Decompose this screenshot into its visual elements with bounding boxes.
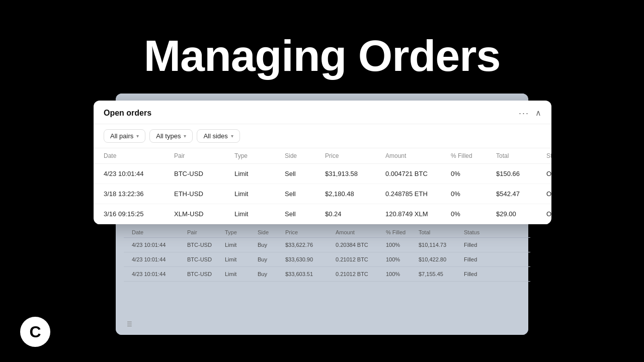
- bg-col-side: Side: [258, 229, 285, 235]
- row3-date: 3/16 09:15:25: [104, 210, 174, 218]
- col-amount: Amount: [385, 152, 451, 159]
- row3-side: Sell: [285, 210, 325, 218]
- bg-table-row: 4/23 10:01:44 BTC-USD Limit Buy $33,603.…: [124, 267, 530, 282]
- col-side: Side: [285, 152, 325, 159]
- bg-table-header-row: Date Pair Type Side Price Amount % Fille…: [124, 227, 530, 238]
- bg-row3-price: $33,603.51: [285, 271, 336, 277]
- bg-row1-side: Buy: [258, 242, 285, 248]
- bg-col-total: Total: [419, 229, 464, 235]
- row2-amount: 0.248785 ETH: [385, 190, 451, 198]
- all-sides-filter[interactable]: All sides ▾: [197, 129, 239, 143]
- row3-amount: 120.8749 XLM: [385, 210, 451, 218]
- bg-row3-pct: 100%: [386, 271, 419, 277]
- col-type: Type: [234, 152, 285, 159]
- bg-row2-side: Buy: [258, 256, 285, 262]
- row1-pair: BTC-USD: [174, 170, 234, 177]
- col-total: Total: [496, 152, 546, 159]
- col-price: Price: [325, 152, 385, 159]
- bg-row2-price: $33,630.90: [285, 256, 336, 262]
- logo-letter: C: [29, 323, 41, 341]
- row3-status: Open: [546, 210, 551, 218]
- chevron-down-icon: ▾: [136, 133, 139, 139]
- table-row[interactable]: 3/16 09:15:25 XLM-USD Limit Sell $0.24 1…: [94, 204, 551, 224]
- all-types-filter[interactable]: All types ▾: [149, 129, 193, 143]
- bg-row2-pair: BTC-USD: [187, 256, 225, 262]
- chevron-down-icon: ▾: [231, 133, 233, 139]
- row2-status: Open: [546, 190, 551, 198]
- bg-col-price: Price: [285, 229, 336, 235]
- bg-row2-type: Limit: [225, 256, 258, 262]
- bg-col-pct: % Filled: [386, 229, 419, 235]
- all-pairs-filter[interactable]: All pairs ▾: [104, 129, 145, 143]
- card-header-actions: ··· ∧: [519, 109, 541, 118]
- row2-price: $2,180.48: [325, 190, 385, 198]
- row3-type: Limit: [234, 210, 285, 218]
- collapse-button[interactable]: ∧: [535, 109, 541, 117]
- filter-row: All pairs ▾ All types ▾ All sides ▾: [94, 124, 551, 148]
- bg-table: Date Pair Type Side Price Amount % Fille…: [124, 227, 530, 282]
- row1-type: Limit: [234, 170, 285, 177]
- all-types-label: All types: [156, 132, 181, 140]
- row3-pct: 0%: [451, 210, 496, 218]
- col-pair: Pair: [174, 152, 234, 159]
- bg-col-pair: Pair: [187, 229, 225, 235]
- bg-row3-type: Limit: [225, 271, 258, 277]
- table-row[interactable]: 4/23 10:01:44 BTC-USD Limit Sell $31,913…: [94, 164, 551, 184]
- row2-type: Limit: [234, 190, 285, 198]
- bg-row2-date: 4/23 10:01:44: [132, 256, 187, 262]
- bg-row3-side: Buy: [258, 271, 285, 277]
- card-header: Open orders ··· ∧: [94, 101, 551, 124]
- bg-table-row: 4/23 10:01:44 BTC-USD Limit Buy $33,622.…: [124, 238, 530, 252]
- col-status: Status: [546, 152, 551, 159]
- row2-pct: 0%: [451, 190, 496, 198]
- bg-row1-status: Filled: [464, 242, 494, 248]
- bg-row3-amount: 0.21012 BTC: [336, 271, 386, 277]
- bg-row3-pair: BTC-USD: [187, 271, 225, 277]
- bg-row1-date: 4/23 10:01:44: [132, 242, 187, 248]
- hamburger-icon[interactable]: ☰: [127, 321, 132, 328]
- bg-row1-pair: BTC-USD: [187, 242, 225, 248]
- bg-row2-status: Filled: [464, 256, 494, 262]
- table-row[interactable]: 3/18 13:22:36 ETH-USD Limit Sell $2,180.…: [94, 184, 551, 204]
- row1-side: Sell: [285, 170, 325, 177]
- bg-table-row: 4/23 10:01:44 BTC-USD Limit Buy $33,630.…: [124, 252, 530, 267]
- bg-col-amount: Amount: [336, 229, 386, 235]
- row2-total: $542.47: [496, 190, 546, 198]
- bg-row1-pct: 100%: [386, 242, 419, 248]
- row2-date: 3/18 13:22:36: [104, 190, 174, 198]
- all-sides-label: All sides: [203, 132, 227, 140]
- bg-row2-amount: 0.21012 BTC: [336, 256, 386, 262]
- bg-row1-type: Limit: [225, 242, 258, 248]
- coinbase-logo: C: [20, 317, 50, 347]
- logo-circle: C: [20, 317, 50, 347]
- row1-price: $31,913.58: [325, 170, 385, 177]
- bg-row1-total: $10,114.73: [419, 242, 464, 248]
- card-title: Open orders: [104, 109, 151, 118]
- row1-date: 4/23 10:01:44: [104, 170, 174, 177]
- bg-col-status: Status: [464, 229, 494, 235]
- row1-total: $150.66: [496, 170, 546, 177]
- page-title: Managing Orders: [144, 30, 501, 81]
- row3-total: $29.00: [496, 210, 546, 218]
- row2-pair: ETH-USD: [174, 190, 234, 198]
- row3-price: $0.24: [325, 210, 385, 218]
- bg-row1-amount: 0.20384 BTC: [336, 242, 386, 248]
- row1-status: Open: [546, 170, 551, 177]
- bg-row2-total: $10,422.80: [419, 256, 464, 262]
- row1-pct: 0%: [451, 170, 496, 177]
- open-orders-card: Open orders ··· ∧ All pairs ▾ All types …: [94, 101, 551, 224]
- more-options-button[interactable]: ···: [519, 109, 529, 118]
- bg-col-type: Type: [225, 229, 258, 235]
- row1-amount: 0.004721 BTC: [385, 170, 451, 177]
- bg-row2-pct: 100%: [386, 256, 419, 262]
- orders-table: Date Pair Type Side Price Amount % Fille…: [94, 148, 551, 224]
- row2-side: Sell: [285, 190, 325, 198]
- bg-row3-status: Filled: [464, 271, 494, 277]
- bg-row1-price: $33,622.76: [285, 242, 336, 248]
- col-date: Date: [104, 152, 174, 159]
- bg-col-date: Date: [132, 229, 187, 235]
- table-header-row: Date Pair Type Side Price Amount % Fille…: [94, 148, 551, 164]
- chevron-down-icon: ▾: [184, 133, 186, 139]
- row3-pair: XLM-USD: [174, 210, 234, 218]
- bg-row3-date: 4/23 10:01:44: [132, 271, 187, 277]
